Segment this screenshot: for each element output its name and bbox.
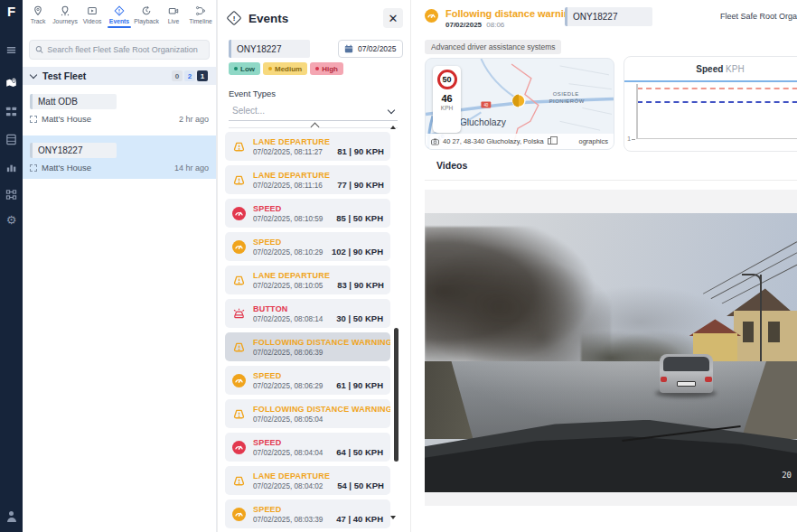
speedometer-icon: [425, 9, 438, 26]
events-vehicle-filter[interactable]: ONY18227: [229, 40, 310, 58]
following-distance-icon: [232, 407, 246, 421]
timeline-icon: [195, 5, 206, 17]
video-streetlamp: [760, 275, 762, 361]
chart-icon[interactable]: [5, 161, 18, 173]
event-speed-value: 102 | 90 KPH: [332, 247, 383, 258]
vehicle-card[interactable]: Matt ODBMatt's House2 hr ago: [23, 87, 216, 130]
scroll-down-arrow-icon[interactable]: [390, 516, 396, 519]
nodes-icon[interactable]: [5, 188, 18, 201]
fleet-group-header[interactable]: Test Fleet 021: [23, 67, 216, 85]
event-map[interactable]: 40 Glucholazy OSIEDLE PIONIERÓW here 50 …: [425, 58, 614, 150]
video-timestamp: 20: [782, 471, 792, 480]
speed-icon: [232, 240, 246, 254]
geofence-icon: [30, 116, 37, 123]
chevron-up-icon: [311, 123, 320, 132]
tab-journeys[interactable]: Journeys: [52, 4, 79, 28]
chevron-down-icon: [388, 106, 395, 113]
severity-pill-low[interactable]: Low: [229, 62, 260, 75]
speed-icon: [232, 441, 246, 454]
event-list-item[interactable]: LANE DEPARTURE07/02/2025, 08:11:2781 | 9…: [225, 132, 390, 161]
event-title: SPEED: [253, 505, 323, 514]
lane-departure-icon: [232, 474, 246, 488]
severity-filters: LowMediumHigh: [229, 62, 343, 75]
map-district-label-2: PIONIERÓW: [549, 98, 585, 104]
detail-vehicle-field[interactable]: ONY18227: [565, 7, 652, 26]
event-title: SPEED: [253, 204, 323, 213]
event-speed-value: 81 | 90 KPH: [337, 146, 384, 158]
chart-speed-line: [637, 101, 797, 103]
chart-y-tick: 1: [627, 135, 635, 143]
grid-icon[interactable]: [5, 105, 18, 117]
event-list-item[interactable]: LANE DEPARTURE07/02/2025, 08:04:0254 | 5…: [225, 466, 390, 495]
chart-title-text: Speed: [696, 64, 723, 74]
tab-label: Timeline: [189, 18, 211, 24]
tab-playback[interactable]: Playback: [133, 4, 160, 28]
video-lead-car: [660, 354, 714, 393]
tab-label: Playback: [134, 18, 159, 24]
user-icon[interactable]: [5, 510, 18, 523]
event-title: SPEED: [253, 438, 323, 447]
event-list-item[interactable]: BUTTON07/02/2025, 08:08:1430 | 50 KPH: [225, 299, 390, 328]
speed-icon: [232, 374, 246, 387]
severity-dot-icon: [268, 67, 272, 70]
event-list-item[interactable]: SPEED07/02/2025, 08:10:5985 | 50 KPH: [225, 199, 390, 228]
severity-label: High: [322, 65, 338, 73]
journeys-icon: [60, 5, 70, 17]
dashcam-video-frame[interactable]: 20: [425, 213, 797, 492]
map-nav-icon[interactable]: [5, 76, 18, 89]
detail-event-title: Following distance warning: [445, 8, 576, 19]
search-input[interactable]: [47, 45, 203, 54]
lane-departure-icon: [232, 173, 246, 187]
event-list-item[interactable]: LANE DEPARTURE07/02/2025, 08:10:0583 | 9…: [225, 266, 390, 294]
event-list-item[interactable]: FOLLOWING DISTANCE WARNING07/02/2025, 08…: [225, 399, 390, 428]
fleet-count-badge: 0: [172, 70, 183, 81]
map-attribution-text: ographics: [578, 137, 608, 145]
event-datetime: 07/02/2025, 08:10:29: [253, 248, 323, 257]
app-logo[interactable]: F: [7, 5, 15, 18]
film-icon[interactable]: [5, 133, 18, 145]
event-speed-value: 83 | 90 KPH: [337, 280, 384, 292]
tab-track[interactable]: Track: [24, 4, 52, 28]
detail-event-datetime: 07/02/2025 08:06: [445, 21, 504, 29]
vehicle-list: Matt ODBMatt's House2 hr agoONY18227Matt…: [23, 87, 216, 184]
event-title: SPEED: [253, 371, 323, 380]
lane-departure-icon: [232, 140, 246, 154]
menu-icon[interactable]: [5, 43, 18, 56]
event-list-item[interactable]: SPEED07/02/2025, 08:03:3947 | 40 KPH: [225, 499, 390, 528]
event-types-select[interactable]: Select...: [229, 101, 398, 121]
event-list-item[interactable]: FOLLOWING DISTANCE WARNING07/02/2025, 08…: [225, 332, 390, 361]
severity-pill-high[interactable]: High: [310, 62, 343, 75]
close-icon[interactable]: ✕: [383, 8, 403, 28]
event-datetime: 07/02/2025, 08:04:04: [253, 449, 323, 457]
copy-icon[interactable]: [548, 138, 553, 145]
tab-live[interactable]: Live: [160, 4, 187, 28]
vehicle-card[interactable]: ONY18227Matt's House14 hr ago: [23, 135, 216, 179]
fleet-search: [29, 40, 210, 60]
event-list-scrollbar[interactable]: [394, 328, 398, 462]
tab-videos[interactable]: Videos: [79, 4, 106, 28]
event-list-item[interactable]: SPEED07/02/2025, 08:04:0464 | 50 KPH: [225, 433, 390, 462]
fleet-count-badge: 1: [197, 70, 208, 81]
chevron-down-icon: [30, 71, 37, 79]
search-icon: [35, 45, 43, 54]
tab-timeline[interactable]: Timeline: [187, 4, 214, 28]
event-list-item[interactable]: SPEED07/02/2025, 08:06:2961 | 90 KPH: [225, 366, 390, 395]
chart-top-rule: [624, 80, 797, 82]
vehicle-last-update: 2 hr ago: [179, 115, 209, 124]
gear-icon[interactable]: ⚙: [5, 213, 18, 226]
scroll-up-arrow-icon[interactable]: [390, 126, 396, 129]
events-panel: ! Events ✕ ONY18227 07/02/2025 LowMedium…: [217, 0, 411, 532]
event-list-item[interactable]: LANE DEPARTURE07/02/2025, 08:11:1677 | 9…: [225, 165, 390, 194]
video-player-area[interactable]: 20: [425, 190, 797, 506]
event-title: LANE DEPARTURE: [253, 171, 330, 180]
event-title: LANE DEPARTURE: [253, 471, 330, 481]
tab-events[interactable]: Events: [106, 4, 133, 28]
events-panel-header: ! Events ✕: [229, 8, 403, 28]
organization-name: Fleet Safe Root Organization: [720, 12, 797, 21]
event-list-item[interactable]: SPEED07/02/2025, 08:10:29102 | 90 KPH: [225, 232, 390, 261]
event-speed-value: 61 | 90 KPH: [336, 380, 383, 392]
event-title: LANE DEPARTURE: [253, 137, 330, 146]
severity-pill-medium[interactable]: Medium: [263, 62, 307, 75]
speed-limit-sign: 50: [437, 70, 457, 89]
events-date-picker[interactable]: 07/02/2025: [338, 40, 403, 58]
